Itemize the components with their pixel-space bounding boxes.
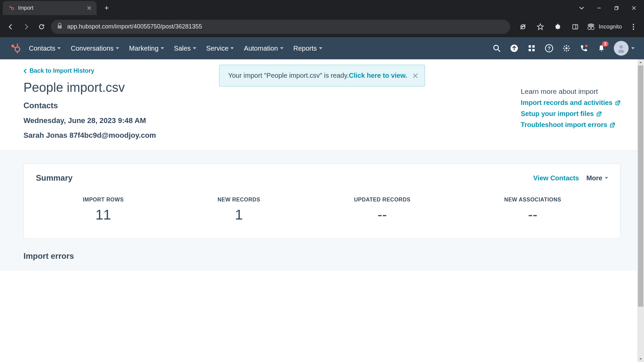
errors-section: Import errors	[0, 251, 644, 271]
nav-sales[interactable]: Sales	[174, 45, 196, 52]
svg-rect-29	[532, 49, 535, 51]
incognito-label: Incognito	[599, 23, 622, 30]
svg-point-11	[588, 23, 594, 27]
stat-updated-records: UPDATED RECORDS --	[354, 197, 411, 223]
chevron-down-icon	[319, 47, 322, 49]
svg-point-32	[566, 47, 568, 49]
incognito-badge[interactable]: Incognito	[587, 23, 622, 31]
forward-button[interactable]	[20, 21, 32, 33]
svg-point-13	[591, 26, 594, 29]
nav-marketing[interactable]: Marketing	[129, 45, 164, 52]
nav-service[interactable]: Service	[206, 45, 234, 52]
svg-point-16	[633, 26, 634, 27]
summary-title: Summary	[36, 173, 72, 183]
menu-icon[interactable]	[627, 21, 639, 33]
learn-more-section: Learn more about import Import records a…	[521, 87, 621, 132]
help-icon[interactable]: ?	[544, 43, 554, 53]
chevron-down-icon	[161, 47, 164, 49]
url-input[interactable]: app.hubspot.com/import/40055750/post/362…	[51, 20, 510, 34]
minimize-button[interactable]	[594, 3, 604, 13]
back-link[interactable]: Back to Import History	[23, 67, 94, 74]
reload-button[interactable]	[36, 21, 48, 33]
chevron-down-icon	[631, 47, 635, 49]
hubspot-logo[interactable]	[9, 43, 21, 54]
chevron-down-icon	[280, 47, 283, 49]
calling-icon[interactable]	[579, 43, 589, 53]
page-content: Your import "People import.csv" is ready…	[0, 59, 644, 362]
search-icon[interactable]	[492, 43, 502, 53]
upgrade-icon[interactable]	[509, 43, 519, 53]
new-tab-button[interactable]: +	[101, 2, 113, 14]
stat-new-records: NEW RECORDS 1	[218, 197, 260, 223]
svg-point-19	[15, 47, 20, 52]
view-contacts-link[interactable]: View Contacts	[533, 174, 579, 182]
svg-rect-6	[58, 25, 62, 28]
svg-point-17	[633, 28, 634, 30]
tab-title: Import	[18, 5, 83, 11]
bookmark-icon[interactable]	[534, 21, 546, 33]
hubspot-favicon	[8, 5, 15, 11]
summary-card: Summary View Contacts More IMPORT ROWS 1…	[23, 164, 621, 239]
chevron-down-icon	[57, 47, 61, 49]
nav-contacts[interactable]: Contacts	[29, 45, 61, 52]
stat-new-associations: NEW ASSOCIATIONS --	[504, 197, 561, 223]
side-panel-icon[interactable]	[569, 21, 581, 33]
external-link-icon	[610, 122, 615, 128]
browser-tab[interactable]: Import	[3, 1, 97, 15]
svg-point-18	[11, 45, 14, 47]
maximize-button[interactable]	[612, 3, 621, 13]
settings-icon[interactable]	[561, 43, 572, 53]
svg-rect-9	[573, 24, 578, 29]
learn-link-setup[interactable]: Setup your import files	[521, 110, 621, 118]
svg-line-2	[11, 7, 12, 8]
svg-rect-26	[529, 45, 531, 48]
stat-import-rows: IMPORT ROWS 11	[83, 197, 124, 223]
importer-info: Sarah Jonas 87f4bc9d@moodjoy.com	[23, 131, 621, 140]
svg-rect-27	[532, 45, 535, 48]
learn-link-records[interactable]: Import records and activities	[521, 99, 621, 107]
marketplace-icon[interactable]	[527, 43, 537, 53]
close-window-button[interactable]	[629, 3, 639, 13]
tabs-dropdown-icon[interactable]	[577, 3, 586, 13]
scroll-down-icon[interactable]	[637, 356, 644, 362]
page-header: Back to Import History People import.csv…	[0, 59, 644, 150]
scrollbar-thumb[interactable]	[638, 65, 643, 307]
back-button[interactable]	[5, 21, 17, 33]
nav-conversations[interactable]: Conversations	[71, 45, 119, 52]
svg-rect-28	[529, 49, 531, 51]
svg-point-0	[9, 6, 11, 7]
summary-section: Summary View Contacts More IMPORT ROWS 1…	[0, 150, 644, 251]
notification-badge: 2	[602, 41, 608, 47]
url-text: app.hubspot.com/import/40055750/post/362…	[67, 23, 202, 30]
chevron-down-icon	[193, 47, 196, 49]
close-tab-icon[interactable]	[86, 5, 93, 11]
address-bar: app.hubspot.com/import/40055750/post/362…	[0, 16, 644, 37]
chevron-down-icon	[116, 47, 119, 49]
svg-line-20	[14, 47, 16, 48]
svg-point-15	[633, 24, 634, 25]
learn-link-troubleshoot[interactable]: Troubleshoot import errors	[521, 121, 621, 129]
nav-reports[interactable]: Reports	[293, 45, 322, 52]
account-menu[interactable]	[614, 41, 635, 56]
external-link-icon	[615, 100, 621, 106]
chevron-down-icon	[605, 177, 608, 179]
tab-bar: Import +	[0, 0, 644, 16]
notifications-icon[interactable]: 2	[596, 43, 606, 53]
extensions-icon[interactable]	[552, 21, 564, 33]
avatar	[614, 41, 629, 56]
lock-icon	[57, 23, 62, 31]
scroll-up-icon[interactable]	[637, 59, 644, 65]
scrollbar[interactable]	[637, 59, 644, 362]
nav-automation[interactable]: Automation	[244, 45, 283, 52]
errors-title: Import errors	[23, 251, 621, 261]
more-dropdown[interactable]: More	[586, 174, 608, 182]
svg-rect-5	[615, 7, 618, 10]
svg-point-34	[620, 45, 623, 49]
svg-point-23	[494, 45, 498, 50]
cookie-blocked-icon[interactable]	[517, 21, 529, 33]
chevron-left-icon	[23, 68, 27, 74]
hubspot-nav: Contacts Conversations Marketing Sales S…	[0, 37, 644, 59]
svg-line-24	[498, 50, 500, 52]
svg-point-12	[588, 26, 591, 29]
learn-more-title: Learn more about import	[521, 87, 621, 96]
